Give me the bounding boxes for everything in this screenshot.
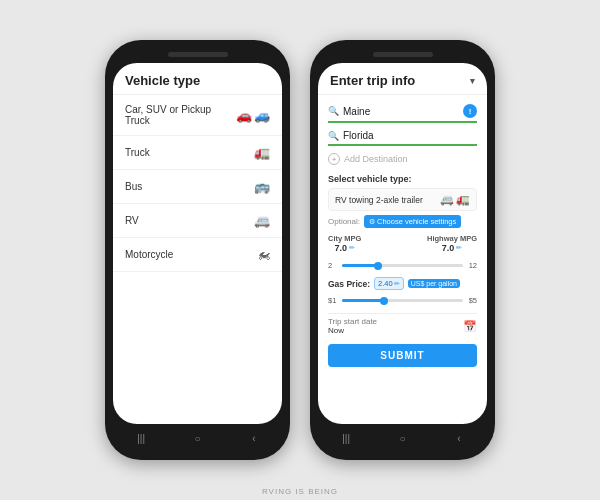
trip-date-row: Trip start date Now 📅 xyxy=(328,313,477,336)
origin-input[interactable]: Maine xyxy=(343,106,459,117)
vehicle-section-label: Select vehicle type: xyxy=(328,174,477,184)
vehicle-type-screen: Vehicle type Car, SUV or Pickup Truck 🚗🚙… xyxy=(113,63,282,424)
vehicle-item[interactable]: Truck 🚛 xyxy=(113,136,282,170)
mpg-slider-min: 2 xyxy=(328,261,338,270)
gas-slider-thumb[interactable] xyxy=(380,297,388,305)
phone-top-bar xyxy=(168,52,228,57)
gear-icon: ⚙ xyxy=(369,218,375,226)
vehicle-item[interactable]: RV 🚐 xyxy=(113,204,282,238)
gas-unit-text: US$ per gallon xyxy=(411,280,457,287)
phone1-bottom-bar: ||| ○ ‹ xyxy=(113,424,282,448)
vehicle-icon-group: 🏍 xyxy=(257,247,270,262)
gas-unit-badge: US$ per gallon xyxy=(408,279,460,288)
mpg-slider-fill xyxy=(342,264,378,267)
home-indicator-icon[interactable]: ||| xyxy=(133,430,149,446)
chevron-down-icon[interactable]: ▾ xyxy=(470,76,475,86)
gas-price-label: Gas Price: xyxy=(328,279,370,289)
trip-info-title: Enter trip info xyxy=(330,73,415,88)
vehicle-selected-text: RV towing 2-axle trailer xyxy=(335,195,423,205)
vehicle-icon-group: 🚐 xyxy=(254,213,270,228)
phone2-bottom-bar: ||| ○ ‹ xyxy=(318,424,487,448)
city-mpg-box: City MPG 7.0 ✏ xyxy=(328,234,361,253)
brand-text: RVING IS BEING xyxy=(262,487,338,496)
vehicle-icon-group: 🚗🚙 xyxy=(236,108,270,123)
vehicle-label: Bus xyxy=(125,181,142,192)
vehicle-list: Car, SUV or Pickup Truck 🚗🚙 Truck 🚛 Bus … xyxy=(113,95,282,424)
edit-highway-mpg-icon[interactable]: ✏ xyxy=(456,244,462,252)
vehicle-type-icon: 🚌 xyxy=(254,179,270,194)
vehicle-label: Truck xyxy=(125,147,150,158)
edit-city-mpg-icon[interactable]: ✏ xyxy=(349,244,355,252)
gas-slider-row[interactable]: $1 $5 xyxy=(328,294,477,307)
menu-icon[interactable]: ||| xyxy=(338,430,354,446)
gas-slider-min: $1 xyxy=(328,296,338,305)
vehicle-item[interactable]: Bus 🚌 xyxy=(113,170,282,204)
vehicle-type-icon: 🚐 xyxy=(254,213,270,228)
choose-settings-button[interactable]: ⚙ Choose vehicle settings xyxy=(364,215,461,228)
vehicle-icons: 🚐 🚛 xyxy=(440,193,470,206)
mpg-slider-track[interactable] xyxy=(342,264,463,267)
optional-row: Optional: ⚙ Choose vehicle settings xyxy=(328,215,477,228)
highway-mpg-value: 7.0 xyxy=(442,243,455,253)
home-icon[interactable]: ○ xyxy=(394,430,410,446)
gas-slider-fill xyxy=(342,299,384,302)
phone2-top-bar xyxy=(373,52,433,57)
add-icon: + xyxy=(328,153,340,165)
info-badge: ! xyxy=(463,104,477,118)
gas-slider-track[interactable] xyxy=(342,299,463,302)
vehicle-type-title: Vehicle type xyxy=(125,73,200,88)
city-mpg-value: 7.0 xyxy=(334,243,347,253)
phone-trip-info: Enter trip info ▾ 🔍 Maine ! 🔍 Florida + … xyxy=(310,40,495,460)
city-mpg-value-row: 7.0 ✏ xyxy=(334,243,355,253)
optional-label: Optional: xyxy=(328,217,360,226)
add-destination-row[interactable]: + Add Destination xyxy=(328,150,477,168)
vehicle-item[interactable]: Motorcycle 🏍 xyxy=(113,238,282,272)
trip-body: 🔍 Maine ! 🔍 Florida + Add Destination Se… xyxy=(318,95,487,424)
vehicle-label: RV xyxy=(125,215,139,226)
search-icon-origin: 🔍 xyxy=(328,106,339,116)
vehicle-label: Car, SUV or Pickup Truck xyxy=(125,104,236,126)
vehicle-select-row[interactable]: RV towing 2-axle trailer 🚐 🚛 xyxy=(328,188,477,211)
submit-button[interactable]: SUBMIT xyxy=(328,344,477,367)
mpg-slider-row[interactable]: 2 12 xyxy=(328,259,477,272)
edit-gas-icon[interactable]: ✏ xyxy=(394,280,400,288)
back-arrow-icon[interactable]: ‹ xyxy=(246,430,262,446)
trip-date-label: Trip start date xyxy=(328,317,377,326)
vehicle-item[interactable]: Car, SUV or Pickup Truck 🚗🚙 xyxy=(113,95,282,136)
gas-price-row: Gas Price: 2.40 ✏ US$ per gallon xyxy=(328,277,477,290)
rv-icon: 🚐 xyxy=(440,193,454,206)
trailer-icon: 🚛 xyxy=(456,193,470,206)
home-circle-icon[interactable]: ○ xyxy=(189,430,205,446)
vehicle-type-icon: 🚗 xyxy=(236,108,252,123)
vehicle-icon-group: 🚛 xyxy=(254,145,270,160)
choose-settings-label: Choose vehicle settings xyxy=(377,217,456,226)
highway-mpg-value-row: 7.0 ✏ xyxy=(442,243,463,253)
gas-value-badge[interactable]: 2.40 ✏ xyxy=(374,277,404,290)
vehicle-type-icon: 🚙 xyxy=(254,108,270,123)
vehicle-icon-group: 🚌 xyxy=(254,179,270,194)
destination-row[interactable]: 🔍 Florida xyxy=(328,127,477,146)
vehicle-type-icon: 🏍 xyxy=(257,247,270,262)
vehicle-label: Motorcycle xyxy=(125,249,173,260)
add-dest-label: Add Destination xyxy=(344,154,408,164)
destination-input[interactable]: Florida xyxy=(343,130,477,141)
search-icon-dest: 🔍 xyxy=(328,131,339,141)
mpg-slider-max: 12 xyxy=(467,261,477,270)
highway-mpg-box: Highway MPG 7.0 ✏ xyxy=(427,234,477,253)
mpg-slider-thumb[interactable] xyxy=(374,262,382,270)
vehicle-type-header: Vehicle type xyxy=(113,63,282,95)
trip-info-screen: Enter trip info ▾ 🔍 Maine ! 🔍 Florida + … xyxy=(318,63,487,424)
trip-date-col: Trip start date Now xyxy=(328,317,377,335)
highway-mpg-label: Highway MPG xyxy=(427,234,477,243)
trip-date-value: Now xyxy=(328,326,377,335)
origin-row[interactable]: 🔍 Maine ! xyxy=(328,101,477,123)
mpg-row: City MPG 7.0 ✏ Highway MPG 7.0 ✏ xyxy=(328,232,477,255)
gas-slider-max: $5 xyxy=(467,296,477,305)
gas-value: 2.40 xyxy=(378,279,393,288)
vehicle-type-icon: 🚛 xyxy=(254,145,270,160)
trip-info-header: Enter trip info ▾ xyxy=(318,63,487,95)
phone-vehicle-type: Vehicle type Car, SUV or Pickup Truck 🚗🚙… xyxy=(105,40,290,460)
calendar-icon[interactable]: 📅 xyxy=(463,320,477,333)
back-icon[interactable]: ‹ xyxy=(451,430,467,446)
city-mpg-label: City MPG xyxy=(328,234,361,243)
